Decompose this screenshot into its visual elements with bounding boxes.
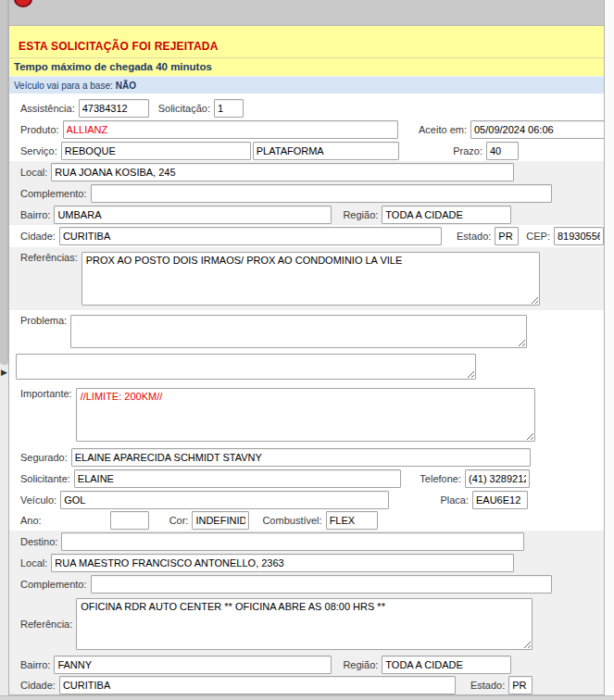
row-assistencia: Assistência: Solicitação: (9, 97, 604, 119)
problema-extra-textarea[interactable] (16, 354, 476, 380)
cor-input[interactable] (192, 511, 249, 530)
app-window: ▶ ESTA SOLICITAÇÃO FOI REJEITADA Tempo m… (0, 0, 614, 700)
row-ano-cor-combustivel: Ano: Cor: Combustível: (9, 510, 604, 531)
sidebar-expand-arrow-icon[interactable]: ▶ (0, 367, 8, 378)
vehicle-to-base-label: Veículo vai para a base: (14, 81, 113, 91)
prazo-input[interactable] (486, 142, 519, 160)
row-destino: Destino: (9, 531, 604, 552)
bairro-destino-input[interactable] (54, 656, 332, 674)
aceito-em-input[interactable] (470, 120, 605, 139)
cidade-destino-label: Cidade: (20, 680, 56, 691)
row-cidade-origem: Cidade: Estado: CEP: (9, 225, 604, 247)
rejected-banner: ESTA SOLICITAÇÃO FOI REJEITADA (9, 26, 604, 57)
regiao-destino-input[interactable] (382, 656, 511, 674)
cep-origem-input[interactable] (554, 227, 604, 245)
referencia-destino-label: Referência: (20, 619, 72, 630)
problema-label: Problema: (20, 315, 67, 326)
row-referencia-destino: Referência: OFICINA RDR AUTO CENTER ** O… (9, 594, 604, 654)
ano-input[interactable] (110, 511, 149, 530)
assistencia-label: Assistência: (20, 103, 75, 114)
cidade-destino-input[interactable] (59, 676, 456, 694)
referencias-textarea[interactable]: PROX AO POSTO DOIS IRMAOS/ PROX AO CONDO… (81, 252, 540, 306)
regiao-origem-label: Região: (343, 209, 378, 220)
combustivel-input[interactable] (326, 511, 378, 530)
assistencia-input[interactable] (79, 99, 149, 118)
row-bairro-origem: Bairro: Região: (9, 204, 604, 225)
local-origem-label: Local: (20, 167, 47, 178)
row-local-destino: Local: (9, 552, 604, 573)
row-problema: Problema: (9, 310, 604, 352)
estado-origem-input[interactable] (495, 227, 519, 245)
solicitante-label: Solicitante: (20, 473, 70, 484)
row-segurado: Segurado: (9, 446, 604, 468)
row-solicitante: Solicitante: Telefone: (9, 468, 604, 489)
solicitacao-input[interactable] (214, 99, 244, 118)
solicitante-input[interactable] (74, 469, 401, 488)
arrival-time-banner: Tempo máximo de chegada 40 minutos (9, 57, 604, 76)
row-servico: Serviço: Prazo: (9, 140, 604, 161)
combustivel-label: Combustível: (262, 515, 321, 526)
referencia-destino-textarea[interactable]: OFICINA RDR AUTO CENTER ** OFICINA ABRE … (76, 598, 533, 650)
complemento-origem-input[interactable] (91, 184, 552, 203)
telefone-label: Telefone: (420, 473, 461, 484)
estado-origem-label: Estado: (457, 231, 491, 242)
segurado-input[interactable] (71, 448, 531, 467)
row-bairro-destino: Bairro: Região: (9, 654, 604, 675)
telefone-input[interactable] (465, 469, 530, 488)
cor-label: Cor: (169, 515, 189, 526)
servico-input[interactable] (61, 142, 251, 160)
cidade-origem-input[interactable] (59, 227, 442, 245)
importante-label: Importante: (20, 388, 72, 399)
cep-origem-label: CEP: (526, 231, 550, 242)
veiculo-input[interactable] (60, 491, 389, 509)
produto-label: Produto: (20, 124, 59, 135)
app-logo-icon (14, 0, 32, 7)
destino-input[interactable] (61, 532, 524, 551)
problema-textarea[interactable] (70, 315, 527, 348)
placa-input[interactable] (472, 491, 528, 509)
window-bottom-edge (0, 695, 614, 700)
importante-textarea[interactable]: //LIMITE: 200KM// (76, 388, 535, 442)
row-complemento-destino: Complemento: (9, 573, 604, 594)
sidebar-splitter: ▶ (0, 0, 8, 700)
prazo-label: Prazo: (453, 145, 482, 156)
local-destino-input[interactable] (51, 554, 514, 572)
placa-label: Placa: (440, 494, 469, 506)
row-local-origem: Local: (9, 161, 604, 182)
row-cidade-destino: Cidade: Estado: (9, 675, 604, 695)
row-veiculo: Veículo: Placa: (9, 489, 604, 510)
bairro-origem-label: Bairro: (20, 209, 50, 220)
referencias-label: Referências: (20, 252, 78, 263)
local-origem-input[interactable] (51, 163, 514, 181)
produto-input[interactable] (63, 120, 398, 139)
estado-destino-label: Estado: (470, 680, 505, 691)
local-destino-label: Local: (20, 557, 47, 569)
ano-label: Ano: (20, 515, 42, 526)
row-complemento-origem: Complemento: (9, 182, 604, 204)
solicitation-form-panel: ESTA SOLICITAÇÃO FOI REJEITADA Tempo máx… (8, 0, 605, 695)
complemento-origem-label: Complemento: (20, 188, 87, 199)
top-toolbar (9, 0, 604, 26)
aceito-em-label: Aceito em: (419, 124, 467, 135)
estado-destino-input[interactable] (508, 676, 533, 694)
row-referencias: Referências: PROX AO POSTO DOIS IRMAOS/ … (9, 247, 604, 310)
servico-tipo-input[interactable] (253, 142, 399, 160)
regiao-destino-label: Região: (343, 659, 378, 670)
destino-label: Destino: (20, 536, 57, 547)
veiculo-label: Veículo: (20, 494, 56, 506)
row-problema-extra (9, 352, 604, 383)
complemento-destino-input[interactable] (91, 575, 552, 594)
solicitacao-label: Solicitação: (158, 103, 210, 114)
cidade-origem-label: Cidade: (20, 231, 56, 242)
complemento-destino-label: Complemento: (20, 579, 87, 590)
servico-label: Serviço: (20, 145, 57, 156)
segurado-label: Segurado: (20, 452, 68, 463)
vehicle-to-base-value: NÃO (116, 81, 136, 91)
row-importante: Importante: //LIMITE: 200KM// (9, 383, 604, 446)
regiao-origem-input[interactable] (382, 206, 511, 224)
row-produto: Produto: Aceito em: (9, 119, 604, 140)
bairro-origem-input[interactable] (54, 206, 332, 224)
vehicle-to-base-row: Veículo vai para a base:NÃO (9, 76, 604, 94)
sidebar-splitter-top (0, 0, 8, 365)
bairro-destino-label: Bairro: (20, 659, 50, 670)
